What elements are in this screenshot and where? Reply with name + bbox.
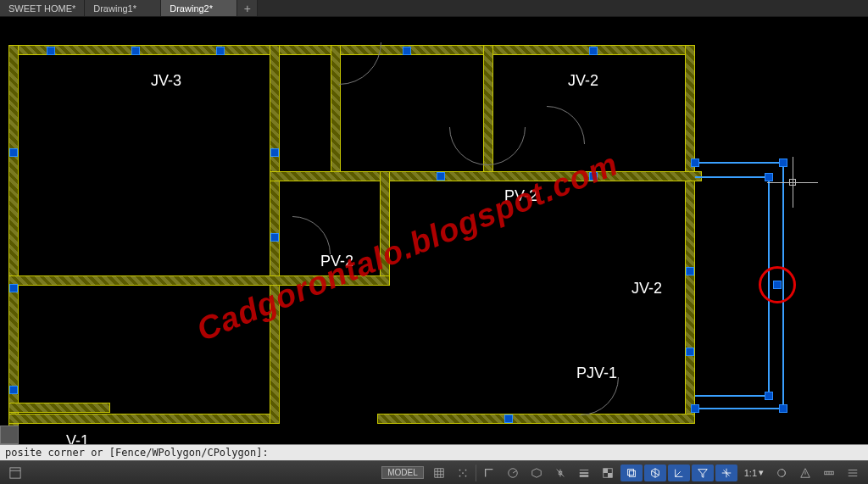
grip[interactable] (589, 47, 598, 55)
layout-tab-button[interactable] (4, 465, 26, 481)
room-label-pv2b: PV-2 (320, 253, 353, 270)
3dosnap-icon[interactable] (644, 465, 666, 481)
grip[interactable] (131, 47, 140, 55)
svg-rect-0 (10, 467, 20, 477)
svg-rect-13 (603, 468, 607, 472)
svg-point-6 (462, 472, 464, 474)
grip[interactable] (216, 47, 225, 55)
command-line[interactable]: posite corner or [Fence/WPolygon/CPolygo… (0, 444, 868, 460)
transparency-toggle-icon[interactable] (597, 465, 619, 481)
divider (476, 465, 476, 481)
grip[interactable] (437, 172, 445, 181)
grip[interactable] (686, 267, 694, 275)
status-bar: MODEL 1:1 ▾ (0, 460, 868, 484)
crosshair-pickbox (789, 179, 796, 186)
grip[interactable] (47, 47, 55, 55)
units-icon[interactable] (818, 465, 840, 481)
tab-sweet-home[interactable]: SWEET HOME* (0, 0, 85, 16)
tab-label: Drawing2* (170, 3, 213, 14)
polar-toggle-icon[interactable] (502, 465, 524, 481)
nav-cube-stub[interactable] (0, 426, 19, 444)
selection-cycling-icon[interactable] (620, 465, 643, 481)
tab-drawing1[interactable]: Drawing1* (85, 0, 161, 16)
tab-label: SWEET HOME* (8, 3, 75, 14)
snap-toggle-icon[interactable] (452, 465, 474, 481)
grip[interactable] (765, 173, 773, 181)
tab-label: Drawing1* (93, 3, 136, 14)
grip[interactable] (270, 233, 279, 242)
ortho-toggle-icon[interactable] (478, 465, 500, 481)
svg-point-3 (465, 469, 466, 470)
room-label-jv2b: JV-2 (632, 280, 662, 298)
svg-point-5 (465, 475, 466, 476)
room-label-pv2a: PV-2 (504, 187, 537, 205)
grip[interactable] (589, 172, 598, 181)
chevron-down-icon: ▾ (759, 467, 764, 478)
space-indicator[interactable]: MODEL (381, 466, 424, 479)
add-tab-button[interactable]: + (237, 0, 258, 16)
grip[interactable] (270, 148, 279, 157)
svg-point-4 (459, 475, 460, 476)
svg-rect-16 (629, 470, 635, 476)
grip[interactable] (686, 348, 694, 356)
selection-filter-icon[interactable] (692, 465, 714, 481)
drawing-tabs: SWEET HOME* Drawing1* Drawing2* + (0, 0, 868, 17)
grip[interactable] (9, 386, 18, 394)
grip[interactable] (765, 392, 773, 400)
grip[interactable] (9, 148, 18, 157)
gizmo-icon[interactable] (715, 465, 737, 481)
room-label-jv3: JV-3 (151, 72, 181, 90)
grip[interactable] (691, 159, 699, 167)
grid-toggle-icon[interactable] (428, 465, 450, 481)
workspace-switch-icon[interactable] (771, 465, 793, 481)
highlight-circle (759, 266, 796, 303)
grip[interactable] (691, 404, 699, 413)
tab-drawing2[interactable]: Drawing2* (161, 0, 237, 16)
grip[interactable] (9, 284, 18, 292)
osnap-toggle-icon[interactable] (549, 465, 571, 481)
scale-value: 1:1 (744, 468, 757, 478)
grip[interactable] (403, 47, 411, 55)
svg-rect-14 (608, 473, 612, 477)
isoplane-icon[interactable] (526, 465, 548, 481)
grip[interactable] (504, 414, 513, 423)
svg-point-2 (459, 469, 460, 470)
annotation-monitor-icon[interactable] (794, 465, 816, 481)
command-text: posite corner or [Fence/WPolygon/CPolygo… (5, 447, 269, 459)
customize-icon[interactable] (842, 465, 864, 481)
annotation-scale[interactable]: 1:1 ▾ (739, 465, 769, 481)
room-label-v1: V-1 (66, 432, 89, 444)
grip[interactable] (779, 404, 787, 413)
grip[interactable] (779, 159, 787, 167)
svg-rect-15 (627, 469, 633, 475)
room-label-pjv1: PJV-1 (576, 364, 617, 382)
lineweight-toggle-icon[interactable] (573, 465, 595, 481)
room-label-jv2: JV-2 (568, 72, 598, 90)
model-canvas[interactable]: JV-3 JV-2 PV-2 PV-2 JV-2 PJV-1 V-1 (0, 17, 868, 444)
dynamic-ucs-icon[interactable] (668, 465, 690, 481)
